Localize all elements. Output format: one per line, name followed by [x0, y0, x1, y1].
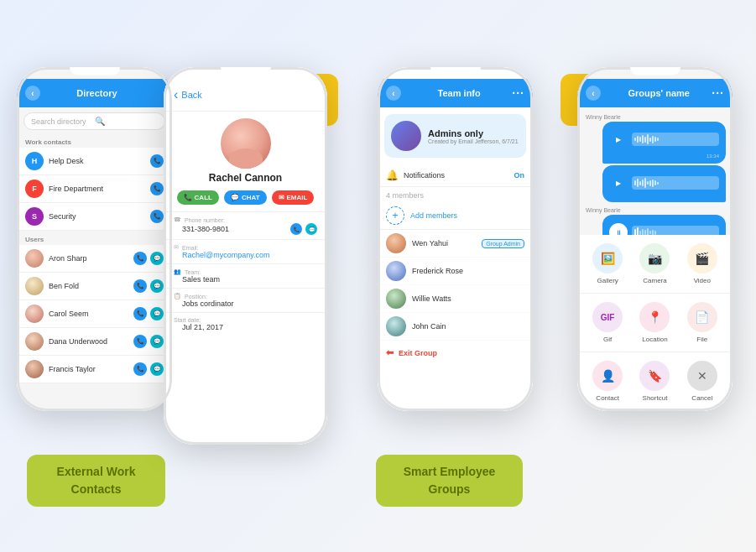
exit-icon: ⬅: [386, 347, 394, 358]
search-bar[interactable]: Search directory 🔍: [23, 112, 165, 130]
call-icon[interactable]: 📞: [133, 279, 147, 293]
phone-chat-icon[interactable]: 💬: [305, 223, 317, 235]
list-item[interactable]: Francis Taylor 📞 💬: [17, 356, 172, 383]
list-item[interactable]: Willie Watts: [378, 285, 533, 313]
gallery-attachment[interactable]: 🖼️ Gallery: [587, 243, 628, 284]
gif-attachment[interactable]: GIF Gif: [587, 302, 628, 343]
team-row: 👥 Team: Sales team: [164, 263, 327, 288]
cancel-icon: ✕: [687, 361, 717, 391]
avatar: [25, 360, 44, 378]
call-icon[interactable]: 📞: [133, 362, 147, 376]
team-info-phone: ‹ Team info ··· Admins only Created by E…: [378, 67, 533, 411]
pause-button[interactable]: ⏸: [609, 223, 628, 235]
video-icon: 🎬: [687, 243, 717, 273]
groups-chat-phone: ‹ Groups' name ··· Winny Bearle ▶: [577, 67, 733, 411]
profile-avatar: [221, 118, 271, 169]
avatar: [386, 233, 406, 253]
exit-group-button[interactable]: ⬅ Exit Group: [378, 341, 533, 365]
call-button[interactable]: 📞 CALL: [177, 190, 219, 205]
play-button[interactable]: ▶: [609, 130, 628, 148]
member-name: Wen Yahui: [412, 239, 482, 247]
contact-name: Aron Sharp: [49, 254, 133, 263]
list-item[interactable]: Ben Fold 📞 💬: [17, 273, 172, 300]
team-info-header: ‹ Team info ···: [378, 79, 533, 107]
add-members-row[interactable]: + Add members: [378, 202, 533, 230]
back-button[interactable]: ‹: [586, 86, 601, 101]
call-btn-icon: 📞: [184, 194, 192, 201]
sender-label: Winny Bearle: [577, 111, 733, 120]
phone-row: ☎Phone number: 331-380-9801 📞 💬: [164, 211, 327, 239]
more-options-icon[interactable]: ···: [512, 86, 524, 100]
chat-icon[interactable]: 💬: [150, 252, 164, 265]
avatar: [25, 249, 44, 268]
position-value: Jobs cordinator: [174, 299, 317, 308]
profile-header: ‹ Back: [164, 79, 327, 112]
call-icon[interactable]: 📞: [150, 154, 164, 168]
notification-status[interactable]: On: [514, 171, 525, 180]
call-icon[interactable]: 📞: [133, 252, 147, 265]
search-icon[interactable]: 🔍: [95, 117, 159, 126]
waveform-2: [632, 226, 719, 235]
phone-value: 331-380-9801: [174, 225, 229, 233]
list-item[interactable]: S Security 📞: [17, 203, 172, 231]
phone-call-icon[interactable]: 📞: [290, 223, 302, 235]
notification-row[interactable]: 🔔 Notifications On: [378, 164, 533, 187]
call-icon[interactable]: 📞: [133, 335, 147, 348]
back-button[interactable]: ‹: [25, 86, 40, 101]
directory-header: ‹ Directory: [17, 79, 172, 107]
shortcut-attachment[interactable]: 🔖 Shortcut: [634, 361, 675, 402]
list-item[interactable]: F Fire Department 📞: [17, 175, 172, 203]
groups-chat-header: ‹ Groups' name ···: [577, 79, 733, 107]
call-btn-label: CALL: [195, 194, 212, 201]
list-item[interactable]: Aron Sharp 📞 💬: [17, 245, 172, 273]
cancel-attachment[interactable]: ✕ Cancel: [682, 361, 722, 402]
email-row: ✉ Email: Rachel@mycompany.com: [164, 239, 327, 263]
avatar: H: [25, 152, 44, 170]
play-button[interactable]: ▶: [609, 174, 628, 192]
email-button[interactable]: ✉ EMAIL: [272, 190, 315, 205]
startdate-label: Start date:: [174, 317, 317, 323]
list-item[interactable]: Dana Underwood 📞 💬: [17, 328, 172, 356]
avatar: [25, 305, 44, 323]
video-attachment[interactable]: 🎬 Video: [682, 243, 722, 284]
admin-badge: Group Admin: [482, 239, 524, 248]
back-arrow-icon[interactable]: ‹: [174, 87, 178, 102]
chat-icon[interactable]: 💬: [150, 335, 164, 348]
location-icon: 📍: [639, 302, 670, 332]
chat-icon[interactable]: 💬: [150, 307, 164, 320]
chat-button[interactable]: 💬 CHAT: [224, 190, 267, 205]
contact-name: Carol Seem: [49, 310, 133, 318]
profile-name: Rachel Cannon: [164, 172, 327, 184]
member-name: Willie Watts: [412, 294, 524, 303]
list-item[interactable]: H Help Desk 📞: [17, 148, 172, 175]
contact-attachment[interactable]: 👤 Contact: [587, 361, 628, 402]
chat-icon[interactable]: 💬: [150, 279, 164, 293]
list-item[interactable]: Frederick Rose: [378, 258, 533, 285]
back-label[interactable]: Back: [181, 90, 201, 100]
contact-name: Francis Taylor: [49, 365, 133, 373]
call-icon[interactable]: 📞: [150, 210, 164, 223]
list-item[interactable]: Carol Seem 📞 💬: [17, 300, 172, 328]
call-icon[interactable]: 📞: [150, 182, 164, 195]
contact-name: Fire Department: [49, 185, 150, 193]
location-attachment[interactable]: 📍 Location: [634, 302, 675, 343]
exit-group-label: Exit Group: [399, 349, 437, 357]
back-button[interactable]: ‹: [386, 86, 401, 101]
add-member-icon[interactable]: +: [386, 206, 404, 225]
contact-label: Contact: [596, 394, 619, 402]
list-item[interactable]: Wen Yahui Group Admin: [378, 230, 533, 258]
list-item[interactable]: John Cain: [378, 313, 533, 341]
camera-icon: 📷: [639, 243, 670, 273]
call-icon[interactable]: 📞: [133, 307, 147, 320]
work-contacts-list: H Help Desk 📞 F Fire Department 📞 S Secu…: [17, 148, 172, 231]
contact-name: Security: [49, 212, 150, 221]
camera-attachment[interactable]: 📷 Camera: [634, 243, 675, 284]
team-info-title: Team info: [406, 88, 512, 98]
smart-groups-label: Smart Employee Groups: [376, 455, 523, 507]
phone-label: ☎Phone number:: [174, 216, 317, 223]
avatar: [386, 261, 406, 281]
chat-icon[interactable]: 💬: [150, 362, 164, 376]
file-attachment[interactable]: 📄 File: [682, 302, 722, 343]
more-options-icon[interactable]: ···: [712, 86, 724, 100]
audio-message-3: ⏸: [609, 220, 719, 235]
